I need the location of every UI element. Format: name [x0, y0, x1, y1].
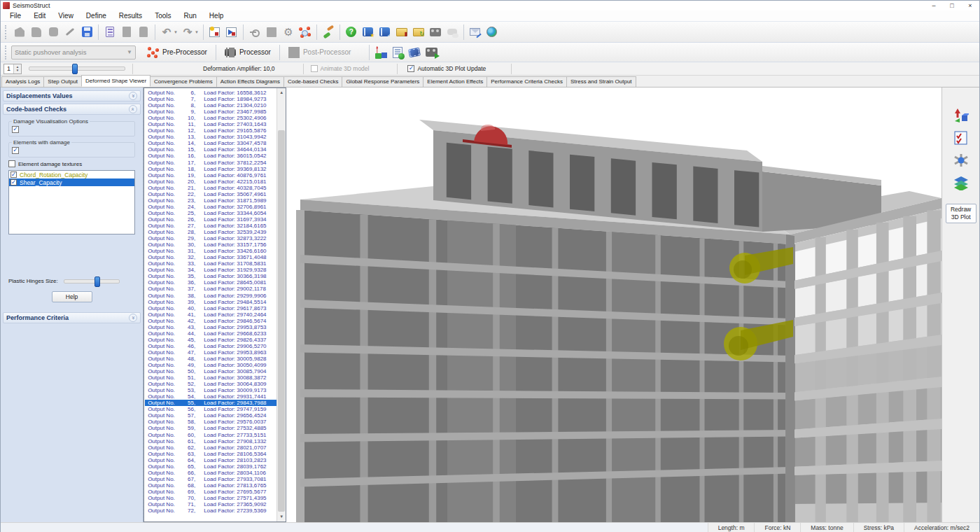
stop-icon[interactable]	[263, 24, 280, 41]
output-list-row[interactable]: Output No. 62, Load Factor: 28021,0707	[145, 444, 276, 451]
output-list-row[interactable]: Output No. 49, Load Factor: 30050,4099	[145, 362, 276, 368]
output-list-row[interactable]: Output No. 52, Load Factor: 30064,8309	[145, 381, 276, 387]
output-list-row[interactable]: Output No. 43, Load Factor: 29953,8753	[145, 324, 276, 330]
output-list-row[interactable]: Output No. 55, Load Factor: 29843,7988	[145, 400, 276, 406]
output-list-row[interactable]: Output No. 10, Load Factor: 25302,4906	[145, 115, 276, 121]
slider-thumb[interactable]	[72, 64, 78, 74]
forum-chat-icon[interactable]	[444, 24, 461, 41]
output-list-row[interactable]: Output No. 26, Load Factor: 31697,3934	[145, 216, 276, 223]
output-list-row[interactable]: Output No. 51, Load Factor: 30088,3872	[145, 374, 276, 381]
tab-performance-criteria-checks[interactable]: Performance Criteria Checks	[486, 76, 567, 87]
tab-global-response-parameters[interactable]: Global Response Parameters	[342, 76, 424, 87]
output-list-row[interactable]: Output No. 71, Load Factor: 27365,9092	[145, 501, 276, 507]
output-list-row[interactable]: Output No. 41, Load Factor: 29740,2464	[145, 312, 276, 318]
email-icon[interactable]	[467, 24, 484, 41]
output-list-row[interactable]: Output No. 68, Load Factor: 27813,6765	[145, 482, 276, 489]
output-list-row[interactable]: Output No. 53, Load Factor: 30009,9173	[145, 387, 276, 393]
output-list-row[interactable]: Output No. 44, Load Factor: 29668,6233	[145, 330, 276, 337]
output-list-row[interactable]: Output No. 38, Load Factor: 29299,9906	[145, 293, 276, 299]
output-list-row[interactable]: Output No. 54, Load Factor: 29931,7441	[145, 393, 276, 400]
output-list-row[interactable]: Output No. 9, Load Factor: 23467,9985	[145, 108, 276, 115]
damage-criteria-list[interactable]: Chord_Rotation_Capacity Shear_Capacity	[8, 170, 135, 234]
tab-stress-and-strain-output[interactable]: Stress and Strain Output	[566, 76, 636, 87]
deformed-building-model[interactable]	[286, 88, 941, 522]
tab-code-based-checks[interactable]: Code-based Checks	[284, 76, 342, 87]
toolbar-grip[interactable]	[5, 25, 8, 39]
output-list-row[interactable]: Output No. 47, Load Factor: 29953,8963	[145, 349, 276, 356]
copy-report-icon[interactable]	[102, 24, 118, 41]
output-list-row[interactable]: Output No. 63, Load Factor: 28106,5364	[145, 451, 276, 457]
animate-3d-checkbox[interactable]: Animate 3D model	[311, 65, 370, 72]
output-list-row[interactable]: Output No. 31, Load Factor: 33426,6160	[145, 248, 276, 254]
output-list-row[interactable]: Output No. 20, Load Factor: 42215,0181	[145, 178, 276, 185]
folder-refresh-icon[interactable]: ↻	[410, 24, 427, 41]
output-list-row[interactable]: Output No. 42, Load Factor: 29846,5674	[145, 318, 276, 324]
settings-gear-icon[interactable]: ⚙	[280, 24, 297, 41]
output-list-row[interactable]: Output No. 16, Load Factor: 36015,0542	[145, 153, 276, 159]
output-list-row[interactable]: Output No. 12, Load Factor: 29165,5876	[145, 127, 276, 134]
help-button[interactable]: Help	[52, 291, 92, 302]
menu-item-tools[interactable]: Tools	[148, 10, 177, 22]
output-list-row[interactable]: Output No. 23, Load Factor: 31871,5989	[145, 197, 276, 204]
output-list-row[interactable]: Output No. 34, Load Factor: 31929,9328	[145, 267, 276, 273]
menu-item-view[interactable]: View	[52, 10, 80, 22]
plastic-hinges-slider[interactable]	[64, 279, 120, 284]
new-model-icon[interactable]	[11, 24, 28, 41]
menu-item-file[interactable]: File	[4, 10, 27, 22]
output-list-row[interactable]: Output No. 64, Load Factor: 28103,2823	[145, 457, 276, 463]
output-list-row[interactable]: Output No. 65, Load Factor: 28039,1762	[145, 463, 276, 470]
analysis-report-icon[interactable]	[389, 44, 406, 61]
redo-icon[interactable]: ↷	[179, 24, 196, 41]
damage-criterion-item[interactable]: Chord_Rotation_Capacity	[9, 171, 134, 178]
scrollbar-thumb[interactable]	[278, 130, 285, 512]
tab-step-output[interactable]: Step Output	[43, 76, 82, 87]
output-list-row[interactable]: Output No. 27, Load Factor: 32184,6165	[145, 223, 276, 229]
deformed-view-icon[interactable]	[406, 44, 423, 61]
output-list-row[interactable]: Output No. 40, Load Factor: 29617,8673	[145, 305, 276, 312]
output-list-row[interactable]: Output No. 59, Load Factor: 27532,4885	[145, 425, 276, 431]
node-axes-icon[interactable]	[951, 150, 972, 170]
list-scrollbar[interactable]: ▲ ▼	[276, 88, 286, 522]
output-list-row[interactable]: Output No. 32, Load Factor: 33671,4048	[145, 254, 276, 260]
elements-with-damage-checkbox[interactable]	[12, 147, 19, 154]
wizard-icon[interactable]	[62, 24, 78, 41]
animation-icon[interactable]	[423, 44, 440, 61]
output-list-row[interactable]: Output No. 7, Load Factor: 18984,9273	[145, 96, 276, 102]
tab-analysis-logs[interactable]: Analysis Logs	[1, 76, 44, 87]
layers-icon[interactable]	[951, 173, 972, 192]
step-spinner[interactable]: 1 ▲▼	[4, 64, 22, 74]
output-list-row[interactable]: Output No. 61, Load Factor: 27908,1332	[145, 438, 276, 444]
output-list-row[interactable]: Output No. 6, Load Factor: 16558,3612	[145, 90, 276, 96]
output-list-row[interactable]: Output No. 39, Load Factor: 29484,5514	[145, 299, 276, 305]
output-list-row[interactable]: Output No. 37, Load Factor: 29002,1178	[145, 286, 276, 292]
output-list-row[interactable]: Output No. 22, Load Factor: 35067,4961	[145, 191, 276, 197]
code-based-checks-header[interactable]: Code-based Checks »	[3, 104, 141, 115]
output-list-row[interactable]: Output No. 57, Load Factor: 29656,4524	[145, 412, 276, 419]
output-list-row[interactable]: Output No. 8, Load Factor: 21304,0210	[145, 102, 276, 108]
close-project-icon[interactable]	[45, 24, 62, 41]
output-list-row[interactable]: Output No. 15, Load Factor: 34644,0134	[145, 146, 276, 153]
output-list-row[interactable]: Output No. 69, Load Factor: 27695,5677	[145, 489, 276, 495]
auto-update-checkbox[interactable]: Automatic 3D Plot Update	[407, 65, 486, 72]
spinner-arrows-icon[interactable]: ▲▼	[13, 64, 21, 74]
close-button[interactable]: ×	[961, 1, 979, 10]
table-new-icon[interactable]	[206, 24, 223, 41]
folder-red-icon[interactable]: ▮	[393, 24, 410, 41]
maximize-button[interactable]: □	[943, 1, 961, 10]
redraw-3d-plot-button[interactable]: Redraw 3D Plot	[946, 204, 976, 223]
rotate-3d-axes-icon[interactable]	[951, 106, 972, 125]
model-nodes-icon[interactable]	[297, 24, 314, 41]
output-list-row[interactable]: Output No. 56, Load Factor: 29747,9159	[145, 406, 276, 412]
displacements-values-header[interactable]: Displacements Values »	[3, 90, 141, 102]
output-list-row[interactable]: Output No. 11, Load Factor: 27403,1643	[145, 121, 276, 127]
output-list-row[interactable]: Output No. 45, Load Factor: 29826,4337	[145, 337, 276, 343]
output-list-row[interactable]: Output No. 13, Load Factor: 31043,9942	[145, 134, 276, 140]
output-list-row[interactable]: Output No. 72, Load Factor: 27239,5369	[145, 507, 276, 514]
analysis-type-select[interactable]: Static pushover analysis ▼	[11, 46, 136, 59]
expand-chevron-icon[interactable]: »	[129, 92, 137, 100]
menu-item-edit[interactable]: Edit	[27, 10, 52, 22]
table-run-icon[interactable]	[223, 24, 240, 41]
output-list-row[interactable]: Output No. 30, Load Factor: 33157,1756	[145, 241, 276, 248]
performance-criteria-header[interactable]: Performance Criteria »	[3, 312, 141, 323]
output-list-row[interactable]: Output No. 28, Load Factor: 32539,2439	[145, 229, 276, 235]
